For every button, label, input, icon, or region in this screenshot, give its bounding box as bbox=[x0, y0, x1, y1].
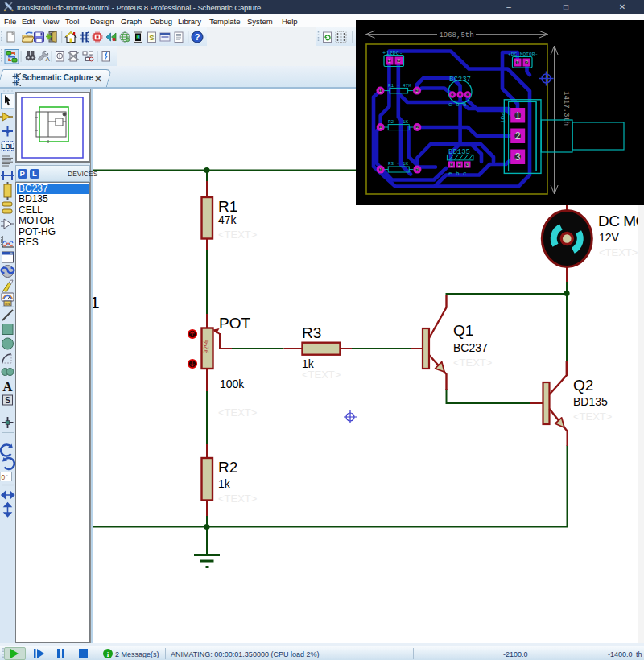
svg-text:+DC MOTOR-: +DC MOTOR- bbox=[508, 52, 538, 57]
svg-text:1: 1 bbox=[515, 110, 521, 122]
svg-text:BC237: BC237 bbox=[453, 341, 488, 354]
svg-text:2: 2 bbox=[525, 60, 528, 65]
svg-text:92%: 92% bbox=[202, 340, 210, 353]
svg-text:2: 2 bbox=[416, 125, 419, 130]
svg-text:A: A bbox=[2, 379, 13, 394]
svg-text:<TEXT>: <TEXT> bbox=[218, 229, 257, 241]
svg-text:R3: R3 bbox=[302, 324, 321, 341]
svg-text:1417.3th: 1417.3th bbox=[562, 91, 570, 126]
svg-text:R2 - 1K: R2 - 1K bbox=[388, 119, 409, 125]
svg-text:1: 1 bbox=[388, 58, 391, 64]
svg-text:2: 2 bbox=[415, 89, 418, 93]
svg-text:3: 3 bbox=[515, 151, 521, 163]
svg-text:<TEXT>: <TEXT> bbox=[218, 493, 257, 505]
svg-text:LBL: LBL bbox=[1, 142, 14, 151]
svg-text:e b c: e b c bbox=[448, 171, 467, 177]
svg-text:1: 1 bbox=[379, 125, 382, 130]
svg-text:47k: 47k bbox=[218, 213, 237, 226]
svg-text:2: 2 bbox=[397, 58, 400, 64]
svg-text:POT: POT bbox=[219, 315, 250, 332]
svg-text:<TEXT>: <TEXT> bbox=[599, 246, 638, 258]
svg-text:R1 - 47K: R1 - 47K bbox=[388, 83, 411, 89]
svg-text:S: S bbox=[149, 33, 154, 42]
svg-text:Q2: Q2 bbox=[573, 377, 593, 394]
svg-text:3: 3 bbox=[466, 163, 469, 167]
svg-text:<TEXT>: <TEXT> bbox=[218, 406, 257, 419]
svg-text:1: 1 bbox=[93, 293, 100, 311]
svg-text:2: 2 bbox=[515, 130, 521, 142]
svg-text:?: ? bbox=[195, 32, 200, 42]
svg-text:R2: R2 bbox=[218, 459, 237, 476]
svg-text:0: 0 bbox=[2, 473, 6, 481]
svg-text:<TEXT>: <TEXT> bbox=[453, 357, 492, 369]
svg-text:<TEXT>: <TEXT> bbox=[302, 369, 341, 381]
svg-text:BC237: BC237 bbox=[449, 76, 471, 84]
svg-text:1: 1 bbox=[379, 89, 382, 93]
svg-text:12V: 12V bbox=[599, 231, 620, 244]
svg-text:mv: mv bbox=[5, 301, 10, 306]
svg-text:DC MOTOR: DC MOTOR bbox=[598, 212, 638, 229]
svg-text:S: S bbox=[5, 396, 10, 405]
svg-text:<TEXT>: <TEXT> bbox=[573, 410, 612, 423]
svg-text:+12DC-: +12DC- bbox=[382, 50, 402, 56]
svg-text:1: 1 bbox=[450, 163, 452, 167]
svg-text:Q1: Q1 bbox=[453, 322, 473, 339]
svg-text:1: 1 bbox=[379, 167, 382, 172]
svg-text:1968,5th: 1968,5th bbox=[439, 31, 473, 39]
svg-text:100k: 100k bbox=[220, 377, 245, 390]
svg-text:R3 - 1K: R3 - 1K bbox=[388, 161, 409, 167]
svg-text:1: 1 bbox=[516, 60, 519, 65]
svg-text:2: 2 bbox=[416, 167, 419, 172]
svg-text:R1: R1 bbox=[218, 198, 237, 215]
svg-text:2: 2 bbox=[458, 163, 460, 167]
svg-text:BD135: BD135 bbox=[448, 148, 470, 156]
svg-text:POT: POT bbox=[499, 112, 506, 124]
svg-text:c b e: c b e bbox=[448, 101, 467, 108]
svg-text:BD135: BD135 bbox=[573, 395, 608, 408]
svg-text:A: A bbox=[46, 56, 51, 63]
svg-text:1k: 1k bbox=[218, 477, 231, 490]
